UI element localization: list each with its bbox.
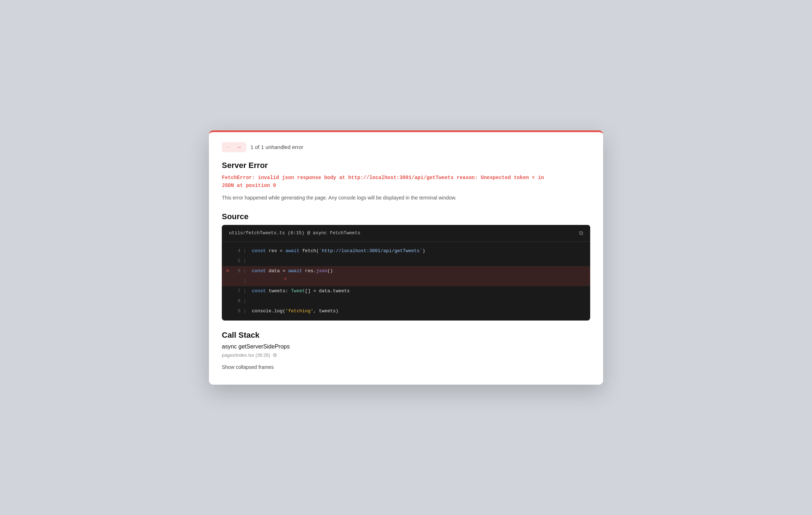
line-indicator-7 xyxy=(222,287,232,295)
line-sep-7: | xyxy=(243,287,252,295)
error-count: 1 of 1 unhandled error xyxy=(250,144,304,150)
nav-buttons: ← → xyxy=(222,142,246,152)
line-sep-5: | xyxy=(243,257,252,265)
line-sep-9: | xyxy=(243,307,252,315)
code-header: utils/fetchTweets.ts (6:15) @ async fetc… xyxy=(222,225,590,242)
line-sep-8: | xyxy=(243,297,252,305)
code-line-6: > 6 | const data = await res.json() xyxy=(222,266,590,276)
line-number-4: 4 xyxy=(232,247,243,255)
caret-number xyxy=(232,277,243,285)
line-number-5: 5 xyxy=(232,257,243,265)
caret-sep: | xyxy=(243,277,252,285)
line-code-4: const res = await fetch(`http://localhos… xyxy=(252,247,433,255)
line-number-9: 9 xyxy=(232,307,243,315)
nav-bar: ← → 1 of 1 unhandled error xyxy=(222,142,590,152)
call-stack-title: Call Stack xyxy=(222,331,590,340)
line-number-8: 8 xyxy=(232,297,243,305)
line-indicator-8 xyxy=(222,297,232,305)
call-stack-external-link[interactable]: ⧉ xyxy=(273,352,277,358)
call-stack-file-info: pages/index.tsx (36:26) xyxy=(222,352,270,358)
source-section: Source utils/fetchTweets.ts (6:15) @ asy… xyxy=(222,212,590,321)
prev-button[interactable]: ← xyxy=(225,144,233,151)
error-window: ← → 1 of 1 unhandled error Server Error … xyxy=(209,130,603,385)
next-button[interactable]: → xyxy=(235,144,243,151)
show-collapsed-button[interactable]: Show collapsed frames xyxy=(222,364,274,370)
line-number-7: 7 xyxy=(232,287,243,295)
source-title: Source xyxy=(222,212,590,221)
line-indicator-6: > xyxy=(222,267,232,275)
caret-indicator xyxy=(222,277,232,285)
code-body: 4 | const res = await fetch(`http://loca… xyxy=(222,242,590,321)
external-link-icon[interactable]: ⧉ xyxy=(579,230,583,236)
code-line-4: 4 | const res = await fetch(`http://loca… xyxy=(222,246,590,256)
line-code-6: const data = await res.json() xyxy=(252,267,340,275)
line-sep-4: | xyxy=(243,247,252,255)
line-indicator-4 xyxy=(222,247,232,255)
code-file-info: utils/fetchTweets.ts (6:15) @ async fetc… xyxy=(229,230,360,236)
line-indicator-5 xyxy=(222,257,232,265)
call-stack-function: async getServerSideProps xyxy=(222,343,590,350)
code-line-5: 5 | xyxy=(222,256,590,266)
code-line-9: 9 | console.log('fetching', tweets) xyxy=(222,306,590,316)
line-code-8 xyxy=(252,297,262,305)
code-line-7: 7 | const tweets: Tweet[] = data.tweets xyxy=(222,286,590,296)
line-indicator-9 xyxy=(222,307,232,315)
line-code-5 xyxy=(252,257,262,265)
line-code-9: console.log('fetching', tweets) xyxy=(252,307,346,315)
server-error-title: Server Error xyxy=(222,161,590,170)
error-message: FetchError: invalid json response body a… xyxy=(222,174,590,190)
caret-line: | ^ xyxy=(222,276,590,286)
code-block: utils/fetchTweets.ts (6:15) @ async fetc… xyxy=(222,225,590,321)
error-caret: ^ xyxy=(252,277,287,283)
call-stack-section: Call Stack async getServerSideProps page… xyxy=(222,331,590,370)
line-sep-6: | xyxy=(243,267,252,275)
error-description: This error happened while generating the… xyxy=(222,194,590,202)
code-line-8: 8 | xyxy=(222,296,590,306)
call-stack-file: pages/index.tsx (36:26) ⧉ xyxy=(222,352,590,358)
line-number-6: 6 xyxy=(232,267,243,275)
line-code-7: const tweets: Tweet[] = data.tweets xyxy=(252,287,357,295)
